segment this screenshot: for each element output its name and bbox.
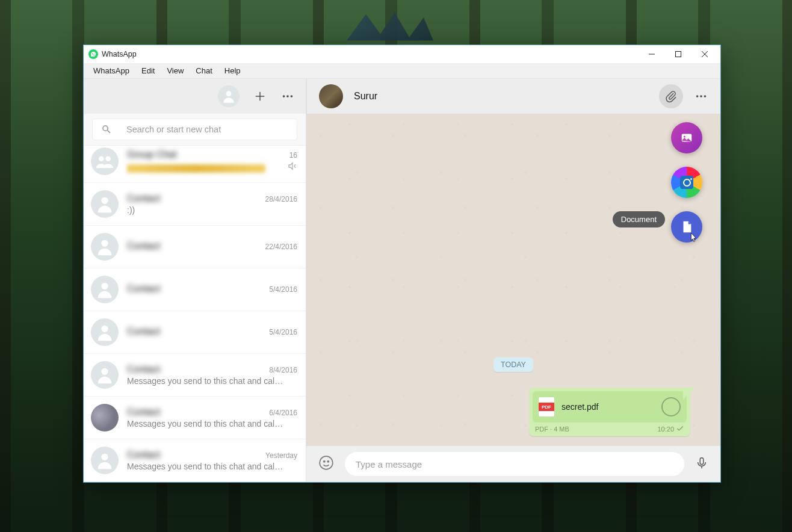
chat-name: Contact	[127, 450, 160, 460]
menu-chat[interactable]: Chat	[190, 64, 218, 77]
attachment-menu: Document	[671, 122, 702, 243]
chat-preview: Messages you send to this chat and calls…	[127, 462, 283, 471]
window-title: WhatsApp	[102, 50, 137, 58]
attach-button[interactable]	[659, 84, 683, 108]
svg-point-7	[283, 95, 285, 97]
menu-edit[interactable]: Edit	[135, 64, 161, 77]
cursor-icon	[687, 232, 700, 245]
outgoing-message[interactable]: PDF secret.pdf PDF · 4 MB 10:20	[529, 388, 690, 436]
image-icon	[680, 131, 693, 144]
left-pane: Group Chat16Contact28/4/2016:))Contact22…	[84, 79, 306, 482]
attach-document-button[interactable]	[671, 211, 702, 243]
file-name: secret.pdf	[562, 402, 654, 412]
chat-name: Contact	[127, 193, 160, 204]
titlebar[interactable]: WhatsApp	[84, 45, 720, 63]
chat-time: 5/4/2016	[269, 328, 297, 336]
app-window: WhatsApp WhatsApp Edit View Chat Help	[83, 45, 721, 483]
delivered-check-icon	[676, 424, 684, 434]
chat-time: 28/4/2016	[265, 195, 297, 203]
pdf-icon: PDF	[539, 397, 554, 416]
svg-point-8	[286, 95, 289, 97]
svg-point-14	[101, 283, 108, 289]
chat-avatar	[91, 447, 119, 474]
chat-list-item[interactable]: Group Chat16	[84, 146, 306, 183]
search-box[interactable]	[92, 119, 297, 140]
message-time: 10:20	[657, 425, 674, 433]
chat-name: Contact	[127, 364, 160, 375]
svg-rect-1	[676, 52, 681, 57]
chat-avatar	[91, 233, 119, 261]
search-icon	[101, 124, 112, 135]
svg-point-9	[291, 95, 293, 97]
contact-name[interactable]: Surur	[354, 91, 648, 102]
chat-list[interactable]: Group Chat16Contact28/4/2016:))Contact22…	[84, 146, 306, 482]
attach-camera-button[interactable]	[671, 167, 702, 198]
chat-avatar	[91, 276, 119, 303]
file-attachment[interactable]: PDF secret.pdf	[533, 391, 687, 422]
chat-list-item[interactable]: Contact6/4/2016Messages you send to this…	[84, 397, 306, 439]
search-input[interactable]	[126, 125, 288, 134]
chat-preview	[127, 164, 265, 173]
compose-input-wrap[interactable]	[345, 452, 684, 476]
chat-name: Group Chat	[127, 149, 177, 160]
chat-list-item[interactable]: Contact5/4/2016	[84, 268, 306, 311]
message-input[interactable]	[356, 459, 673, 469]
window-close-button[interactable]	[691, 45, 718, 63]
window-maximize-button[interactable]	[665, 45, 691, 63]
whatsapp-logo-icon	[88, 49, 98, 59]
emoji-button[interactable]	[318, 455, 334, 473]
chat-time: Yesterday	[265, 451, 297, 460]
window-minimize-button[interactable]	[639, 45, 665, 63]
date-separator: TODAY	[493, 357, 533, 372]
chat-menu-button[interactable]	[694, 89, 708, 104]
left-menu-button[interactable]	[280, 89, 295, 104]
chat-avatar	[91, 404, 119, 431]
chat-list-item[interactable]: Contact5/4/2016	[84, 311, 306, 354]
chat-preview: Messages you send to this chat and calls…	[127, 419, 283, 428]
svg-point-24	[324, 461, 325, 462]
svg-point-19	[700, 95, 702, 97]
mic-button[interactable]	[695, 455, 708, 473]
menu-view[interactable]: View	[161, 64, 190, 77]
svg-point-22	[684, 136, 685, 138]
attach-gallery-button[interactable]	[671, 122, 702, 153]
chat-time: 22/4/2016	[265, 243, 297, 251]
camera-icon	[680, 176, 693, 189]
file-info: PDF · 4 MB	[535, 425, 569, 433]
svg-point-17	[101, 454, 108, 460]
chat-list-item[interactable]: Contact28/4/2016:))	[84, 183, 306, 226]
svg-point-23	[320, 456, 333, 469]
contact-avatar[interactable]	[319, 84, 343, 108]
svg-point-4	[226, 91, 232, 96]
composer	[306, 446, 720, 482]
svg-point-10	[99, 156, 104, 162]
chat-avatar	[91, 147, 119, 175]
menu-help[interactable]: Help	[218, 64, 247, 77]
svg-point-25	[327, 461, 329, 462]
chat-name: Contact	[127, 407, 160, 418]
chat-list-item[interactable]: Contact8/4/2016Messages you send to this…	[84, 354, 306, 397]
svg-point-11	[105, 156, 111, 162]
chat-list-item[interactable]: Contact22/4/2016	[84, 226, 306, 268]
chat-avatar	[91, 361, 119, 389]
menu-whatsapp[interactable]: WhatsApp	[87, 64, 135, 77]
svg-point-13	[101, 240, 108, 247]
chat-header: Surur	[306, 79, 720, 114]
chat-time: 8/4/2016	[269, 366, 297, 374]
chat-name: Contact	[127, 283, 160, 294]
new-chat-button[interactable]	[253, 89, 267, 104]
svg-rect-26	[700, 458, 704, 465]
self-avatar[interactable]	[218, 85, 240, 107]
svg-point-18	[696, 95, 699, 97]
chat-preview: Messages you send to this chat and calls…	[127, 376, 283, 386]
download-button[interactable]	[661, 397, 681, 416]
menubar: WhatsApp Edit View Chat Help	[84, 63, 720, 79]
svg-point-16	[101, 368, 108, 375]
svg-point-12	[101, 197, 108, 204]
left-header	[84, 79, 306, 114]
svg-point-20	[704, 95, 707, 97]
right-pane: Surur Document	[306, 79, 720, 482]
chat-list-item[interactable]: ContactYesterdayMessages you send to thi…	[84, 439, 306, 482]
svg-point-15	[101, 326, 108, 332]
chat-time: 6/4/2016	[269, 409, 297, 417]
